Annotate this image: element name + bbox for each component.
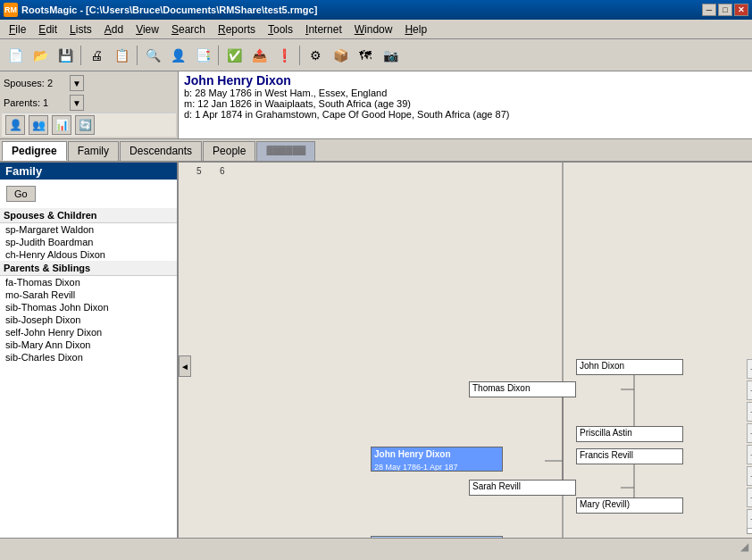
sidebar-sib-charles[interactable]: sib-Charles Dixon [0, 351, 177, 364]
add-mary-mother[interactable]: +Click to add mother [747, 509, 752, 529]
sidebar-sib-maryann[interactable]: sib-Mary Ann Dixon [0, 339, 177, 351]
add-mary-father[interactable]: +Click to add father [747, 488, 752, 507]
close-button[interactable]: ✕ [734, 4, 748, 16]
add-priscilla-father[interactable]: +Click to add father [747, 402, 752, 422]
parents-dropdown[interactable]: ▼ [70, 95, 84, 111]
menu-window[interactable]: Window [349, 21, 398, 38]
pedigree-container: 5 6 ◄ [179, 163, 752, 538]
person-icon[interactable]: 👤 [5, 115, 25, 135]
toolbar-person[interactable]: 👤 [166, 44, 189, 67]
toolbar-list[interactable]: 📑 [191, 44, 214, 67]
maximize-button[interactable]: □ [718, 4, 732, 16]
header-right-panel: John Henry Dixon b: 28 May 1786 in West … [179, 71, 752, 138]
person-thomas-dixon[interactable]: Thomas Dixon [469, 381, 576, 397]
toolbar-warn[interactable]: ❗ [272, 44, 296, 67]
sidebar: Family Go Spouses & Children sp-Margaret… [0, 163, 179, 538]
toolbar-check[interactable]: ✅ [222, 44, 246, 67]
toolbar-sep3 [218, 46, 219, 65]
menu-file[interactable]: File [4, 21, 31, 38]
toolbar-sep2 [137, 46, 138, 65]
main-person-name: John Henry Dixon [184, 73, 747, 88]
person-henry-aldous-dixon[interactable]: Henry Aldous Dixon 14 Mar 1835-4 May 188 [371, 536, 503, 538]
death-detail: d: 1 Apr 1874 in Grahamstown, Cape Of Go… [184, 109, 747, 120]
titlebar: RM RootsMagic - [C:\Users\Bruce\Document… [0, 0, 752, 20]
toolbar-sep1 [80, 46, 81, 65]
tabbar: Pedigree Family Descendants People ▓▓▓▓▓… [0, 139, 752, 163]
sidebar-ch-henry[interactable]: ch-Henry Aldous Dixon [0, 248, 177, 261]
sidebar-self-john[interactable]: self-John Henry Dixon [0, 326, 177, 339]
menu-add[interactable]: Add [99, 21, 129, 38]
tab-extra[interactable]: ▓▓▓▓▓▓ [256, 141, 315, 161]
minimize-button[interactable]: ─ [702, 4, 716, 16]
persons-icon[interactable]: 👥 [29, 115, 48, 135]
tab-pedigree[interactable]: Pedigree [2, 141, 67, 161]
header-left-panel: Spouses: 2 ▼ Parents: 1 ▼ 👤 👥 📊 🔄 [0, 71, 179, 138]
gen-label-5: 5 [196, 166, 202, 176]
birth-detail: b: 28 May 1786 in West Ham., Essex, Engl… [184, 88, 747, 98]
person-francis-revill[interactable]: Francis Revill [576, 448, 683, 464]
sidebar-title: Family [0, 163, 177, 180]
toolbar-settings[interactable]: ⚙ [304, 44, 327, 67]
tab-descendants[interactable]: Descendants [120, 141, 202, 161]
spouses-label: Spouses: 2 [4, 78, 68, 88]
sidebar-fa-thomas[interactable]: fa-Thomas Dixon [0, 276, 177, 288]
toolbar-copy[interactable]: 📋 [110, 44, 133, 67]
sidebar-sib-thomas-john[interactable]: sib-Thomas John Dixon [0, 301, 177, 313]
resize-grip: ◢ [740, 540, 748, 553]
menu-lists[interactable]: Lists [64, 21, 97, 38]
header-area: Spouses: 2 ▼ Parents: 1 ▼ 👤 👥 📊 🔄 John H… [0, 71, 752, 139]
menu-reports[interactable]: Reports [213, 21, 261, 38]
menu-tools[interactable]: Tools [263, 21, 298, 38]
menu-help[interactable]: Help [399, 21, 432, 38]
menu-search[interactable]: Search [166, 21, 211, 38]
toolbar-print[interactable]: 🖨 [85, 44, 108, 67]
statusbar: ◢ [0, 538, 752, 554]
add-francis-mother[interactable]: +Click to add mother [747, 466, 752, 486]
tab-family[interactable]: Family [68, 141, 119, 161]
sidebar-mo-sarah[interactable]: mo-Sarah Revill [0, 288, 177, 301]
person-mary-revill[interactable]: Mary (Revill) [576, 497, 683, 514]
info-icons: 👤 👥 📊 🔄 [2, 113, 176, 137]
spouses-row: Spouses: 2 ▼ [2, 73, 176, 93]
collapse-arrow[interactable]: ◄ [179, 355, 191, 377]
go-button[interactable]: Go [6, 186, 36, 202]
menu-internet[interactable]: Internet [300, 21, 347, 38]
add-john-mother[interactable]: +Click to add mother [747, 380, 752, 400]
toolbar-open[interactable]: 📂 [29, 44, 52, 67]
gen-label-6: 6 [220, 166, 225, 176]
person-john-dixon[interactable]: John Dixon [576, 359, 683, 375]
chart-icon[interactable]: 📊 [52, 115, 71, 135]
toolbar-search[interactable]: 🔍 [141, 44, 164, 67]
spouses-children-section: Spouses & Children [0, 208, 177, 223]
refresh-icon[interactable]: 🔄 [75, 115, 95, 135]
app-icon: RM [4, 3, 18, 17]
pedigree-area: 5 6 ◄ [179, 163, 752, 538]
toolbar-save[interactable]: 💾 [54, 44, 77, 67]
menubar: File Edit Lists Add View Search Reports … [0, 20, 752, 39]
toolbar-new[interactable]: 📄 [4, 44, 27, 67]
spouses-dropdown[interactable]: ▼ [70, 75, 84, 91]
pedigree-lines [179, 163, 752, 538]
main-layout: Family Go Spouses & Children sp-Margaret… [0, 163, 752, 538]
toolbar-map[interactable]: 🗺 [354, 44, 377, 67]
titlebar-title: RootsMagic - [C:\Users\Bruce\Documents\R… [21, 4, 317, 15]
toolbar-export[interactable]: 📤 [247, 44, 271, 67]
sidebar-sib-joseph[interactable]: sib-Joseph Dixon [0, 313, 177, 326]
marriage-detail: m: 12 Jan 1826 in Waaiplaats, South Afri… [184, 98, 747, 109]
menu-edit[interactable]: Edit [33, 21, 63, 38]
sidebar-sp-judith[interactable]: sp-Judith Boardman [0, 236, 177, 248]
add-francis-father[interactable]: +Click to add father [747, 445, 752, 464]
add-priscilla-mother[interactable]: +Click to add mother [747, 423, 752, 443]
toolbar-media[interactable]: 📷 [379, 44, 402, 67]
toolbar-sep4 [299, 46, 300, 65]
tab-people[interactable]: People [203, 141, 255, 161]
parents-label: Parents: 1 [4, 97, 68, 108]
sidebar-sp-margaret[interactable]: sp-Margaret Waldon [0, 223, 177, 236]
person-sarah-revill[interactable]: Sarah Revill [469, 480, 576, 496]
person-priscilla-astin[interactable]: Priscilla Astin [576, 426, 683, 442]
menu-view[interactable]: View [130, 21, 164, 38]
titlebar-controls: ─ □ ✕ [702, 4, 748, 16]
add-john-father[interactable]: +Click to add father [747, 359, 752, 379]
toolbar-pkg[interactable]: 📦 [329, 44, 352, 67]
person-john-henry-dixon[interactable]: John Henry Dixon 28 May 1786-1 Apr 187 [371, 447, 503, 472]
